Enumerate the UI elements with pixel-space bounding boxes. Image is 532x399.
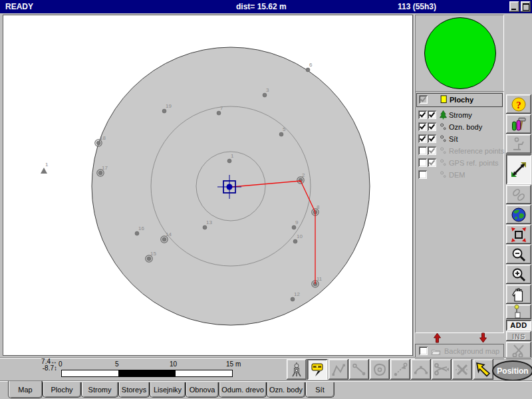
- zoom-out-button[interactable]: [506, 245, 531, 264]
- horizontal-divider: [0, 357, 532, 358]
- rangefinder-button[interactable]: [307, 359, 327, 380]
- scale-tick-15: 15 m: [226, 360, 241, 368]
- layer-active-checkbox[interactable]: [428, 122, 436, 131]
- svg-text:5: 5: [283, 126, 286, 132]
- add-mode-button[interactable]: ADD: [506, 320, 531, 331]
- polyline-icon: [331, 362, 346, 378]
- plot-status-panel: [415, 15, 504, 92]
- add-mode-label: ADD: [510, 321, 527, 329]
- plot-id: 113 (55h3): [398, 2, 436, 11]
- background-map-label: Background map: [444, 347, 499, 355]
- total-station-button[interactable]: [287, 359, 307, 380]
- measure-distance-button[interactable]: [506, 154, 531, 184]
- reference-point-marker: 1: [41, 162, 49, 174]
- scale-tick-5: 5: [115, 360, 119, 368]
- zoom-extent-button[interactable]: [506, 225, 531, 244]
- scale-bar-segment: [176, 370, 232, 376]
- zoom-in-icon: [511, 267, 527, 283]
- help-button[interactable]: ?: [506, 94, 531, 114]
- map-canvas[interactable]: 11235678910111213141516171819: [3, 15, 413, 356]
- pan-button[interactable]: [506, 285, 531, 304]
- arc-icon: [413, 362, 429, 378]
- svg-text:17: 17: [102, 165, 108, 171]
- points-icon: [438, 146, 448, 156]
- tab-s-t[interactable]: Sít: [305, 382, 334, 398]
- zoom-extent-icon: [511, 227, 527, 243]
- svg-text:15: 15: [150, 251, 156, 257]
- layer-visible-checkbox[interactable]: [418, 134, 427, 143]
- layer-label: Sít: [449, 135, 458, 143]
- app-window: READY dist= 15.62 m 113 (55h3) 112356789…: [0, 0, 532, 399]
- tab-map[interactable]: Map: [8, 381, 43, 398]
- help-icon: ?: [511, 96, 527, 112]
- draw-arc-button[interactable]: [411, 359, 431, 380]
- link-button[interactable]: [506, 185, 531, 204]
- tools-icon: [511, 116, 527, 132]
- layer-visible-checkbox[interactable]: [419, 95, 428, 104]
- layer-visible-checkbox[interactable]: [418, 110, 427, 119]
- place-marker-button[interactable]: [506, 305, 531, 319]
- insert-mode-button[interactable]: INS: [506, 331, 531, 341]
- plot-status-circle: [424, 17, 496, 89]
- tab-storeys[interactable]: Storeys: [118, 382, 150, 398]
- globe-icon: [511, 207, 527, 223]
- pin-icon: [511, 304, 527, 320]
- hand-icon: [511, 287, 527, 303]
- draw-segment-button[interactable]: [349, 359, 369, 380]
- layer-active-checkbox[interactable]: [428, 134, 436, 143]
- cut-feature-button[interactable]: [432, 359, 452, 380]
- scale-bar-segment: [62, 370, 118, 376]
- vertical-divider: [413, 15, 414, 356]
- move-point-button[interactable]: [390, 359, 410, 380]
- survey-mode-button[interactable]: [506, 134, 531, 154]
- layer-row-plochy: Plochy: [416, 93, 503, 107]
- tab-ozn-body[interactable]: Ozn. body: [267, 382, 305, 398]
- svg-text:10: 10: [297, 233, 303, 239]
- tab-lisejniky[interactable]: Lisejniky: [150, 382, 186, 398]
- tab-stromy[interactable]: Stromy: [81, 382, 118, 398]
- polygon-icon: [372, 362, 388, 378]
- status-text: READY: [5, 2, 33, 11]
- delete-x-icon: [454, 362, 470, 378]
- layer-active-checkbox[interactable]: [428, 146, 436, 155]
- move-layer-down-button[interactable]: [479, 332, 487, 344]
- tab-label: Plochy: [51, 386, 72, 394]
- layer-active-checkbox[interactable]: [428, 110, 436, 119]
- tab-label: Storeys: [122, 386, 146, 394]
- layer-visible-checkbox[interactable]: [418, 158, 427, 167]
- draw-polyline-button[interactable]: [329, 359, 348, 380]
- tools-button[interactable]: [506, 114, 531, 134]
- tab-label: Map: [18, 386, 32, 394]
- layer-row-reference-points: Reference points: [416, 145, 501, 156]
- layer-visible-checkbox[interactable]: [418, 146, 427, 155]
- background-map-checkbox[interactable]: [419, 346, 428, 355]
- zoom-in-button[interactable]: [506, 265, 531, 284]
- maximize-button[interactable]: [521, 1, 531, 12]
- scissors2-icon: [434, 362, 450, 378]
- nw-arrow-icon: [475, 362, 491, 378]
- position-button[interactable]: Position: [492, 360, 532, 381]
- layer-visible-checkbox[interactable]: [418, 122, 427, 131]
- layer-active-checkbox[interactable]: [428, 158, 436, 167]
- tab-obnova[interactable]: Obnova: [186, 382, 219, 398]
- point-move-icon: [392, 362, 408, 378]
- surveyor-icon: [511, 136, 527, 152]
- tab-plochy[interactable]: Plochy: [43, 382, 81, 398]
- maximize-icon: [523, 3, 529, 11]
- tree-icon: [438, 110, 448, 120]
- layer-visible-checkbox[interactable]: [418, 170, 427, 179]
- tab-label: Lisejniky: [154, 386, 182, 394]
- svg-text:1: 1: [45, 162, 49, 168]
- svg-text:19: 19: [166, 103, 172, 109]
- pointer-button[interactable]: [473, 359, 493, 380]
- distance-readout: dist= 15.62 m: [236, 2, 287, 11]
- minimize-button[interactable]: [509, 1, 519, 12]
- move-layer-up-button[interactable]: [433, 332, 442, 344]
- plot-icon: [439, 94, 449, 104]
- tree-point[interactable]: 6: [306, 62, 313, 72]
- scale-bar-segment: [118, 370, 175, 376]
- tab-odum-drevo[interactable]: Odum. drevo: [219, 382, 267, 398]
- world-view-button[interactable]: [506, 205, 531, 224]
- delete-feature-button[interactable]: [452, 359, 472, 380]
- draw-polygon-button[interactable]: [370, 359, 390, 380]
